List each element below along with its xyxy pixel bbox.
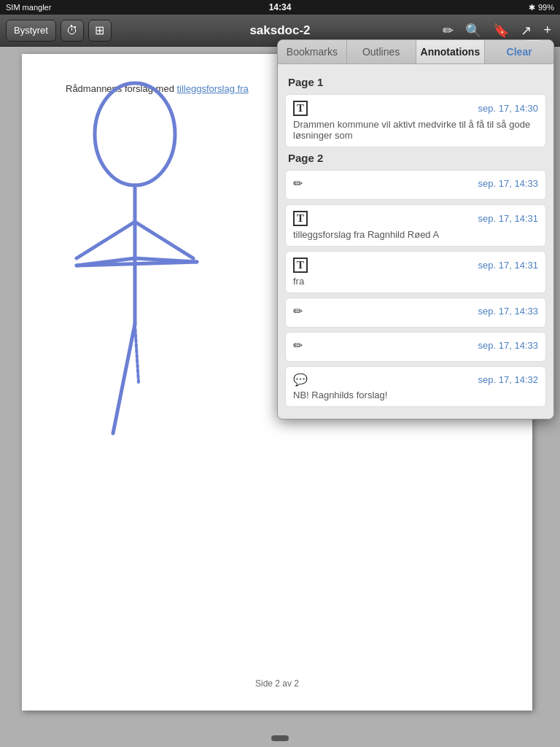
svg-line-4 (77, 258, 135, 266)
tab-clear-label: Clear (507, 46, 532, 58)
toolbar-title: saksdoc-2 (249, 23, 310, 38)
annotation-header: T sep. 17, 14:30 (293, 101, 538, 116)
status-bar: SIM mangler 14:34 ✱ 99% (0, 0, 560, 15)
text-annotation-icon: T (293, 101, 308, 116)
annotation-header: T sep. 17, 14:31 (293, 211, 538, 226)
annotation-header: ✏ sep. 17, 14:33 (293, 304, 538, 318)
annotation-date: sep. 17, 14:33 (478, 306, 538, 317)
svg-line-5 (77, 262, 197, 266)
annotation-date: sep. 17, 14:31 (478, 260, 538, 271)
bluetooth-icon: ✱ (529, 3, 535, 12)
pencil-annotation-icon: ✏ (293, 338, 303, 352)
panel-arrow-inner (526, 39, 540, 41)
tab-clear[interactable]: Clear (485, 40, 553, 63)
tab-outlines-label: Outlines (362, 46, 400, 58)
annotation-date: sep. 17, 14:33 (478, 340, 538, 351)
annotation-header: ✏ sep. 17, 14:33 (293, 177, 538, 190)
status-right: ✱ 99% (529, 3, 554, 12)
carrier-label: SIM mangler (6, 3, 51, 12)
annotation-text: tilleggsforslag fra Ragnhild Røed A (293, 229, 538, 240)
bottom-indicator (271, 735, 289, 741)
section-page2-label: Page 2 (288, 152, 543, 164)
annotations-panel: Bookmarks Outlines Annotations Clear Pag… (277, 39, 554, 419)
annotation-card[interactable]: T sep. 17, 14:31 tilleggsforslag fra Rag… (285, 204, 546, 247)
grid-button[interactable]: ⊞ (88, 20, 112, 42)
bookmark-icon[interactable]: 🔖 (490, 20, 512, 42)
svg-line-8 (135, 324, 139, 382)
annotation-card[interactable]: T sep. 17, 14:30 Drammen kommune vil akt… (285, 94, 546, 147)
page-link[interactable]: tilleggsforslag fra (176, 83, 248, 94)
clock-button[interactable]: ⏱ (61, 20, 84, 42)
svg-point-0 (95, 83, 175, 185)
share-icon[interactable]: ↗ (518, 20, 534, 42)
pencil-annotation-icon: ✏ (293, 304, 303, 318)
annotation-date: sep. 17, 14:30 (478, 103, 538, 114)
back-label: Bystyret (14, 25, 48, 36)
section-page1-label: Page 1 (288, 76, 543, 88)
back-button[interactable]: Bystyret (6, 20, 56, 42)
annotation-card[interactable]: ✏ sep. 17, 14:33 (285, 298, 546, 328)
annotation-header: ✏ sep. 17, 14:33 (293, 338, 538, 352)
tab-bar: Bookmarks Outlines Annotations Clear (278, 40, 553, 64)
tab-bookmarks[interactable]: Bookmarks (278, 40, 347, 63)
annotation-card[interactable]: T sep. 17, 14:31 fra (285, 251, 546, 293)
toolbar-right: ✏ 🔍 🔖 ↗ + (440, 20, 554, 42)
tab-outlines[interactable]: Outlines (347, 40, 416, 63)
search-icon[interactable]: 🔍 (462, 20, 484, 42)
annotation-date: sep. 17, 14:33 (478, 178, 538, 189)
battery-label: 99% (538, 3, 554, 12)
annotation-text: fra (293, 276, 538, 287)
clock-icon: ⏱ (66, 24, 78, 37)
annotation-card[interactable]: 💬 sep. 17, 14:32 NB! Ragnhilds forslag! (285, 366, 546, 407)
tab-annotations[interactable]: Annotations (416, 40, 486, 63)
comment-annotation-icon: 💬 (293, 373, 308, 387)
annotation-date: sep. 17, 14:32 (478, 374, 538, 385)
annotation-header: T sep. 17, 14:31 (293, 258, 538, 273)
annotation-text: Drammen kommune vil aktivt medvirke til … (293, 119, 538, 141)
pen-icon[interactable]: ✏ (440, 20, 456, 42)
page-body-text: Rådmannens forslag med tilleggsforslag f… (66, 83, 249, 94)
page-footer: Side 2 av 2 (255, 678, 299, 689)
pencil-annotation-icon: ✏ (293, 177, 303, 190)
grid-icon: ⊞ (95, 23, 104, 37)
svg-line-3 (135, 222, 193, 258)
svg-line-2 (77, 222, 135, 258)
text-annotation-icon: T (293, 211, 308, 226)
svg-line-6 (135, 258, 197, 262)
annotation-text: NB! Ragnhilds forslag! (293, 390, 538, 400)
panel-content: Page 1 T sep. 17, 14:30 Drammen kommune … (278, 64, 553, 419)
annotation-card[interactable]: ✏ sep. 17, 14:33 (285, 170, 546, 200)
annotation-header: 💬 sep. 17, 14:32 (293, 373, 538, 387)
toolbar-left: Bystyret ⏱ ⊞ (6, 20, 112, 42)
svg-line-7 (113, 324, 135, 433)
tab-bookmarks-label: Bookmarks (287, 46, 338, 58)
annotation-date: sep. 17, 14:31 (478, 213, 538, 224)
tab-annotations-label: Annotations (421, 46, 481, 58)
time-label: 14:34 (269, 2, 292, 12)
add-icon[interactable]: + (540, 20, 554, 41)
text-annotation-icon: T (293, 258, 308, 273)
annotation-card[interactable]: ✏ sep. 17, 14:33 (285, 332, 546, 362)
